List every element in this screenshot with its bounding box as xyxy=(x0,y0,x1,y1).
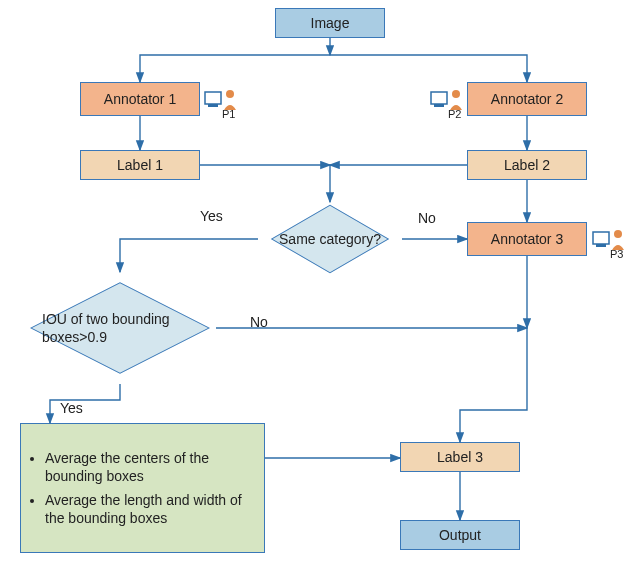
svg-point-8 xyxy=(614,230,622,238)
node-iou-check-label: IOU of two bounding boxes>0.9 xyxy=(42,310,198,346)
edge-label-iou-no: No xyxy=(250,314,268,330)
node-averaging: Average the centers of the bounding boxe… xyxy=(20,423,265,553)
node-label-2: Label 2 xyxy=(467,150,587,180)
edge-label-same-yes: Yes xyxy=(200,208,223,224)
edge-label-iou-yes: Yes xyxy=(60,400,83,416)
node-annotator-1: Annotator 1 xyxy=(80,82,200,116)
svg-point-5 xyxy=(452,90,460,98)
edge-label-same-no: No xyxy=(418,210,436,226)
svg-rect-4 xyxy=(434,104,444,107)
annotator-1-icon: P1 xyxy=(204,86,238,114)
node-image-label: Image xyxy=(311,15,350,31)
svg-rect-0 xyxy=(205,92,221,104)
node-output: Output xyxy=(400,520,520,550)
svg-rect-3 xyxy=(431,92,447,104)
node-output-label: Output xyxy=(439,527,481,543)
svg-rect-6 xyxy=(593,232,609,244)
svg-point-2 xyxy=(226,90,234,98)
node-annotator-1-label: Annotator 1 xyxy=(104,91,176,107)
node-averaging-item-2: Average the length and width of the boun… xyxy=(45,491,256,527)
annotator-3-person-label: P3 xyxy=(610,248,623,260)
annotator-3-icon: P3 xyxy=(592,226,626,254)
node-averaging-item-1: Average the centers of the bounding boxe… xyxy=(45,449,256,485)
node-same-category: Same category? xyxy=(255,200,405,278)
node-same-category-label: Same category? xyxy=(279,231,381,247)
annotator-2-person-label: P2 xyxy=(448,108,461,120)
node-image: Image xyxy=(275,8,385,38)
node-annotator-3-label: Annotator 3 xyxy=(491,231,563,247)
node-label-1-label: Label 1 xyxy=(117,157,163,173)
node-label-1: Label 1 xyxy=(80,150,200,180)
svg-rect-7 xyxy=(596,244,606,247)
annotator-1-person-label: P1 xyxy=(222,108,235,120)
svg-rect-1 xyxy=(208,104,218,107)
node-annotator-2: Annotator 2 xyxy=(467,82,587,116)
node-label-3: Label 3 xyxy=(400,442,520,472)
node-label-2-label: Label 2 xyxy=(504,157,550,173)
node-label-3-label: Label 3 xyxy=(437,449,483,465)
annotator-2-icon: P2 xyxy=(430,86,464,114)
node-annotator-3: Annotator 3 xyxy=(467,222,587,256)
node-annotator-2-label: Annotator 2 xyxy=(491,91,563,107)
node-iou-check: IOU of two bounding boxes>0.9 xyxy=(20,268,220,388)
